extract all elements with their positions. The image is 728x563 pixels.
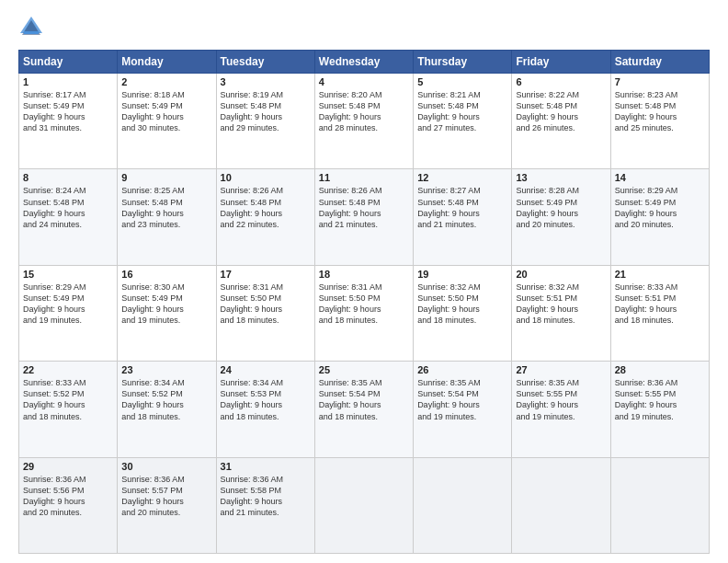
cell-info: Sunrise: 8:24 AM Sunset: 5:48 PM Dayligh… (23, 185, 113, 230)
svg-rect-2 (24, 31, 39, 34)
day-number: 9 (121, 172, 211, 183)
week-row-2: 8Sunrise: 8:24 AM Sunset: 5:48 PM Daylig… (19, 169, 710, 265)
day-number: 14 (615, 172, 705, 183)
cell-info: Sunrise: 8:35 AM Sunset: 5:55 PM Dayligh… (516, 377, 606, 422)
cell-info: Sunrise: 8:36 AM Sunset: 5:58 PM Dayligh… (221, 474, 311, 519)
cell-info: Sunrise: 8:22 AM Sunset: 5:48 PM Dayligh… (516, 89, 606, 134)
calendar-header: SundayMondayTuesdayWednesdayThursdayFrid… (19, 51, 710, 74)
calendar-cell (610, 457, 709, 553)
calendar-cell: 13Sunrise: 8:28 AM Sunset: 5:49 PM Dayli… (512, 169, 610, 265)
day-number: 16 (121, 269, 211, 280)
calendar-cell: 22Sunrise: 8:33 AM Sunset: 5:52 PM Dayli… (19, 362, 118, 457)
cell-info: Sunrise: 8:20 AM Sunset: 5:48 PM Dayligh… (319, 89, 409, 134)
calendar-cell: 3Sunrise: 8:19 AM Sunset: 5:48 PM Daylig… (216, 74, 314, 169)
cell-info: Sunrise: 8:36 AM Sunset: 5:55 PM Dayligh… (615, 377, 705, 422)
cell-info: Sunrise: 8:32 AM Sunset: 5:51 PM Dayligh… (516, 282, 606, 327)
day-number: 22 (23, 364, 113, 375)
logo (18, 15, 46, 40)
calendar-cell: 21Sunrise: 8:33 AM Sunset: 5:51 PM Dayli… (610, 265, 709, 361)
day-number: 13 (516, 172, 606, 183)
day-number: 15 (23, 269, 113, 280)
cell-info: Sunrise: 8:25 AM Sunset: 5:48 PM Dayligh… (121, 185, 211, 230)
calendar-cell: 31Sunrise: 8:36 AM Sunset: 5:58 PM Dayli… (216, 457, 314, 553)
calendar-cell: 25Sunrise: 8:35 AM Sunset: 5:54 PM Dayli… (314, 362, 413, 457)
day-of-week-tuesday: Tuesday (216, 51, 314, 74)
days-of-week-row: SundayMondayTuesdayWednesdayThursdayFrid… (19, 51, 710, 74)
week-row-1: 1Sunrise: 8:17 AM Sunset: 5:49 PM Daylig… (19, 74, 710, 169)
calendar-cell: 1Sunrise: 8:17 AM Sunset: 5:49 PM Daylig… (19, 74, 118, 169)
day-of-week-sunday: Sunday (19, 51, 118, 74)
day-number: 12 (417, 172, 507, 183)
calendar-cell: 19Sunrise: 8:32 AM Sunset: 5:50 PM Dayli… (414, 265, 512, 361)
cell-info: Sunrise: 8:17 AM Sunset: 5:49 PM Dayligh… (23, 89, 113, 134)
calendar-cell: 23Sunrise: 8:34 AM Sunset: 5:52 PM Dayli… (118, 362, 216, 457)
calendar-cell: 16Sunrise: 8:30 AM Sunset: 5:49 PM Dayli… (118, 265, 216, 361)
day-number: 3 (221, 76, 311, 87)
day-number: 5 (417, 76, 507, 87)
calendar-cell: 5Sunrise: 8:21 AM Sunset: 5:48 PM Daylig… (414, 74, 512, 169)
day-number: 1 (23, 76, 113, 87)
cell-info: Sunrise: 8:30 AM Sunset: 5:49 PM Dayligh… (121, 282, 211, 327)
calendar-cell: 2Sunrise: 8:18 AM Sunset: 5:49 PM Daylig… (118, 74, 216, 169)
day-number: 28 (615, 364, 705, 375)
header (18, 15, 710, 40)
cell-info: Sunrise: 8:27 AM Sunset: 5:48 PM Dayligh… (417, 185, 507, 230)
week-row-5: 29Sunrise: 8:36 AM Sunset: 5:56 PM Dayli… (19, 457, 710, 553)
day-number: 18 (319, 269, 409, 280)
calendar-cell: 26Sunrise: 8:35 AM Sunset: 5:54 PM Dayli… (414, 362, 512, 457)
page: SundayMondayTuesdayWednesdayThursdayFrid… (0, 0, 728, 563)
cell-info: Sunrise: 8:33 AM Sunset: 5:51 PM Dayligh… (615, 282, 705, 327)
day-number: 7 (615, 76, 705, 87)
calendar-cell: 15Sunrise: 8:29 AM Sunset: 5:49 PM Dayli… (19, 265, 118, 361)
day-number: 23 (121, 364, 211, 375)
day-number: 27 (516, 364, 606, 375)
cell-info: Sunrise: 8:23 AM Sunset: 5:48 PM Dayligh… (615, 89, 705, 134)
calendar-cell: 9Sunrise: 8:25 AM Sunset: 5:48 PM Daylig… (118, 169, 216, 265)
calendar-cell: 6Sunrise: 8:22 AM Sunset: 5:48 PM Daylig… (512, 74, 610, 169)
day-number: 2 (121, 76, 211, 87)
cell-info: Sunrise: 8:32 AM Sunset: 5:50 PM Dayligh… (417, 282, 507, 327)
calendar-cell: 28Sunrise: 8:36 AM Sunset: 5:55 PM Dayli… (610, 362, 709, 457)
day-number: 19 (417, 269, 507, 280)
calendar-cell: 18Sunrise: 8:31 AM Sunset: 5:50 PM Dayli… (314, 265, 413, 361)
cell-info: Sunrise: 8:35 AM Sunset: 5:54 PM Dayligh… (417, 377, 507, 422)
cell-info: Sunrise: 8:21 AM Sunset: 5:48 PM Dayligh… (417, 89, 507, 134)
cell-info: Sunrise: 8:33 AM Sunset: 5:52 PM Dayligh… (23, 377, 113, 422)
cell-info: Sunrise: 8:29 AM Sunset: 5:49 PM Dayligh… (23, 282, 113, 327)
calendar-cell (414, 457, 512, 553)
calendar: SundayMondayTuesdayWednesdayThursdayFrid… (18, 50, 710, 554)
cell-info: Sunrise: 8:34 AM Sunset: 5:53 PM Dayligh… (221, 377, 311, 422)
day-of-week-thursday: Thursday (414, 51, 512, 74)
calendar-cell: 17Sunrise: 8:31 AM Sunset: 5:50 PM Dayli… (216, 265, 314, 361)
calendar-cell: 27Sunrise: 8:35 AM Sunset: 5:55 PM Dayli… (512, 362, 610, 457)
day-of-week-saturday: Saturday (610, 51, 709, 74)
day-of-week-wednesday: Wednesday (314, 51, 413, 74)
day-number: 4 (319, 76, 409, 87)
day-number: 30 (121, 461, 211, 472)
calendar-cell: 7Sunrise: 8:23 AM Sunset: 5:48 PM Daylig… (610, 74, 709, 169)
day-number: 17 (221, 269, 311, 280)
day-number: 6 (516, 76, 606, 87)
day-number: 25 (319, 364, 409, 375)
day-of-week-monday: Monday (118, 51, 216, 74)
cell-info: Sunrise: 8:28 AM Sunset: 5:49 PM Dayligh… (516, 185, 606, 230)
calendar-cell: 29Sunrise: 8:36 AM Sunset: 5:56 PM Dayli… (19, 457, 118, 553)
day-number: 26 (417, 364, 507, 375)
calendar-cell: 30Sunrise: 8:36 AM Sunset: 5:57 PM Dayli… (118, 457, 216, 553)
day-number: 8 (23, 172, 113, 183)
calendar-body: 1Sunrise: 8:17 AM Sunset: 5:49 PM Daylig… (19, 74, 710, 554)
calendar-cell: 24Sunrise: 8:34 AM Sunset: 5:53 PM Dayli… (216, 362, 314, 457)
day-number: 24 (221, 364, 311, 375)
calendar-cell (512, 457, 610, 553)
day-number: 10 (221, 172, 311, 183)
calendar-cell: 14Sunrise: 8:29 AM Sunset: 5:49 PM Dayli… (610, 169, 709, 265)
cell-info: Sunrise: 8:36 AM Sunset: 5:56 PM Dayligh… (23, 474, 113, 519)
cell-info: Sunrise: 8:26 AM Sunset: 5:48 PM Dayligh… (319, 185, 409, 230)
calendar-cell (314, 457, 413, 553)
day-number: 20 (516, 269, 606, 280)
day-number: 21 (615, 269, 705, 280)
calendar-cell: 8Sunrise: 8:24 AM Sunset: 5:48 PM Daylig… (19, 169, 118, 265)
week-row-4: 22Sunrise: 8:33 AM Sunset: 5:52 PM Dayli… (19, 362, 710, 457)
cell-info: Sunrise: 8:29 AM Sunset: 5:49 PM Dayligh… (615, 185, 705, 230)
cell-info: Sunrise: 8:18 AM Sunset: 5:49 PM Dayligh… (121, 89, 211, 134)
